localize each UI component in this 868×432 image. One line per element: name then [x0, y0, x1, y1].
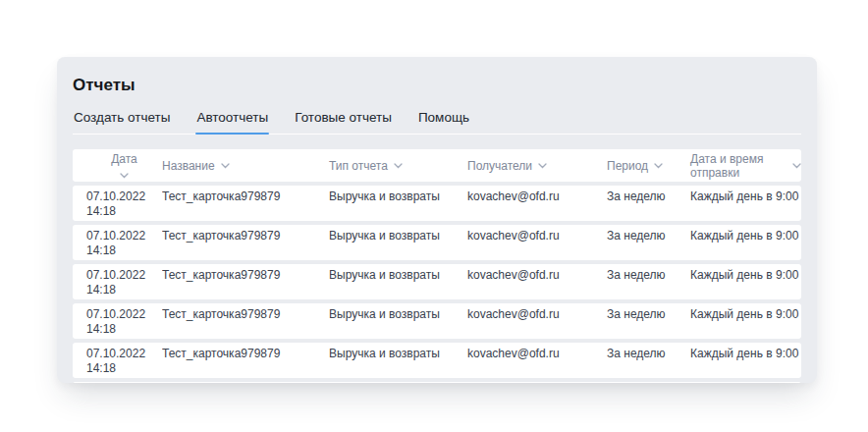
cell-report-type: Выручка и возвраты: [329, 189, 467, 204]
chevron-down-icon: [120, 173, 129, 179]
tabs-bar: Создать отчеты Автоотчеты Готовые отчеты…: [73, 110, 801, 135]
date-value: 07.10.2022: [86, 229, 162, 243]
column-header-period[interactable]: Период: [607, 159, 690, 173]
time-value: 14:18: [86, 204, 162, 219]
date-value: 07.10.2022: [86, 347, 162, 361]
chevron-down-icon: [654, 163, 663, 169]
column-header-report-type[interactable]: Тип отчета: [329, 159, 467, 173]
cell-report-type: Выручка и возвраты: [329, 229, 467, 243]
cell-send-datetime: Каждый день в 9:00: [690, 189, 801, 204]
cell-recipients: kovachev@ofd.ru: [467, 189, 607, 204]
cell-recipients: kovachev@ofd.ru: [467, 347, 607, 361]
table-row[interactable]: 07.10.2022 14:18 Тест_карточка979879 Выр…: [73, 186, 801, 221]
cell-period: За неделю: [607, 189, 690, 204]
cell-send-datetime: Каждый день в 9:00: [690, 268, 801, 283]
cell-recipients: kovachev@ofd.ru: [467, 229, 607, 243]
time-value: 14:18: [86, 322, 162, 337]
date-value: 07.10.2022: [86, 307, 162, 322]
chevron-down-icon: [394, 163, 403, 169]
tab-help[interactable]: Помощь: [417, 110, 470, 134]
column-header-label: Период: [607, 159, 648, 173]
cell-recipients: kovachev@ofd.ru: [467, 307, 607, 322]
cell-name: Тест_карточка979879: [162, 229, 329, 243]
column-header-label: Дата: [111, 152, 137, 166]
chevron-down-icon: [221, 163, 230, 169]
chevron-down-icon: [538, 163, 547, 169]
cell-report-type: Выручка и возвраты: [329, 268, 467, 283]
cell-date: 07.10.2022 14:18: [86, 307, 162, 337]
cell-date: 07.10.2022 14:18: [86, 347, 162, 376]
cell-send-datetime: Каждый день в 9:00: [690, 229, 801, 243]
date-value: 07.10.2022: [86, 268, 162, 283]
time-value: 14:18: [86, 283, 162, 297]
tab-create-reports[interactable]: Создать отчеты: [73, 110, 171, 134]
cell-report-type: Выручка и возвраты: [329, 307, 467, 322]
table-header-row: Дата Название Тип отчета Получатели Пери…: [73, 149, 801, 182]
table-row[interactable]: 07.10.2022 14:18 Тест_карточка979879 Выр…: [73, 264, 801, 299]
column-header-name[interactable]: Название: [162, 159, 329, 173]
reports-card: Отчеты Создать отчеты Автоотчеты Готовые…: [57, 57, 817, 383]
cell-period: За неделю: [607, 347, 690, 361]
cell-date: 07.10.2022 14:18: [86, 229, 162, 258]
table-row[interactable]: 07.10.2022 14:18 Тест_карточка979879 Выр…: [73, 382, 801, 383]
column-header-label: Тип отчета: [329, 159, 388, 173]
cell-send-datetime: Каждый день в 9:00: [690, 307, 801, 322]
time-value: 14:18: [86, 361, 162, 376]
table-row[interactable]: 07.10.2022 14:18 Тест_карточка979879 Выр…: [73, 343, 801, 378]
cell-recipients: kovachev@ofd.ru: [467, 268, 607, 283]
tab-ready-reports[interactable]: Готовые отчеты: [294, 110, 393, 134]
column-header-label: Название: [162, 159, 215, 173]
cell-report-type: Выручка и возвраты: [329, 347, 467, 361]
column-header-send-datetime[interactable]: Дата и время отправки: [690, 152, 801, 180]
cell-name: Тест_карточка979879: [162, 307, 329, 322]
cell-name: Тест_карточка979879: [162, 189, 329, 204]
tab-autoreports[interactable]: Автоотчеты: [195, 110, 269, 134]
cell-send-datetime: Каждый день в 9:00: [690, 347, 801, 361]
chevron-down-icon: [792, 163, 801, 169]
cell-name: Тест_карточка979879: [162, 268, 329, 283]
table-row[interactable]: 07.10.2022 14:18 Тест_карточка979879 Выр…: [73, 303, 801, 339]
cell-name: Тест_карточка979879: [162, 347, 329, 361]
cell-date: 07.10.2022 14:18: [86, 268, 162, 297]
cell-date: 07.10.2022 14:18: [86, 189, 162, 219]
table-row[interactable]: 07.10.2022 14:18 Тест_карточка979879 Выр…: [73, 225, 801, 260]
column-header-date[interactable]: Дата: [86, 152, 162, 179]
cell-period: За неделю: [607, 229, 690, 243]
cell-period: За неделю: [607, 268, 690, 283]
column-header-label: Получатели: [467, 159, 532, 173]
page-background: Отчеты Создать отчеты Автоотчеты Готовые…: [0, 0, 868, 432]
column-header-label: Дата и время отправки: [690, 152, 787, 180]
time-value: 14:18: [86, 243, 162, 258]
page-title: Отчеты: [73, 76, 801, 95]
date-value: 07.10.2022: [86, 189, 162, 204]
reports-table: Дата Название Тип отчета Получатели Пери…: [73, 149, 801, 383]
column-header-recipients[interactable]: Получатели: [467, 159, 607, 173]
cell-period: За неделю: [607, 307, 690, 322]
